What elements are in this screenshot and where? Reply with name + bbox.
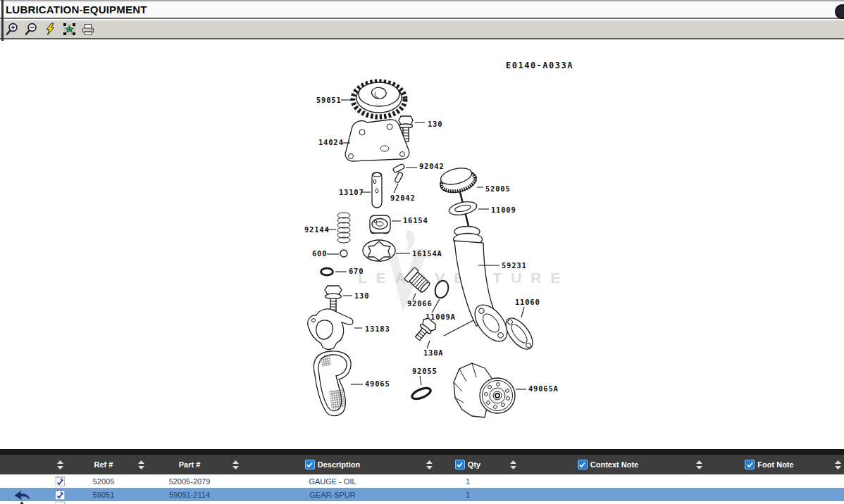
sort-icon-foot[interactable] — [831, 455, 844, 474]
diagram-canvas: LEADVENTURE E0140-A033A 59051 130 14024 … — [0, 41, 844, 449]
sort-icon-part[interactable] — [228, 455, 242, 474]
part-label-92042-b[interactable]: 92042 — [390, 194, 416, 202]
sort-icon-context[interactable] — [690, 455, 707, 474]
foot-note-checkbox[interactable] — [745, 460, 755, 470]
cell-ref: 52005 — [76, 474, 131, 488]
cell-part: 52005-2079 — [151, 474, 228, 488]
part-16154-pump-body[interactable] — [370, 215, 390, 234]
part-label-14024[interactable]: 14024 — [318, 138, 344, 146]
notepad-icon[interactable] — [44, 501, 76, 504]
cell-qty: 1 — [435, 488, 500, 501]
cell-foot-note — [707, 474, 831, 488]
part-label-13183[interactable]: 13183 — [365, 325, 390, 333]
exploded-parts-diagram: LEADVENTURE E0140-A033A 59051 130 14024 … — [0, 41, 844, 449]
part-label-600[interactable]: 600 — [312, 249, 327, 258]
part-label-92144[interactable]: 92144 — [304, 225, 330, 234]
title-bar: LUBRICATION-EQUIPMENT — [0, 0, 844, 19]
page-title: LUBRICATION-EQUIPMENT — [0, 4, 147, 15]
part-label-92042-a[interactable]: 92042 — [419, 162, 445, 170]
part-92055-oring[interactable] — [411, 386, 432, 401]
cell-context-note — [526, 488, 690, 501]
part-label-92055[interactable]: 92055 — [412, 367, 437, 375]
part-49065a-filter[interactable] — [454, 363, 515, 417]
part-label-52005[interactable]: 52005 — [485, 184, 511, 193]
part-11009-washer[interactable] — [448, 200, 478, 218]
part-label-130a[interactable]: 130A — [423, 348, 444, 357]
sort-icon-ref[interactable] — [131, 455, 151, 474]
qty-checkbox[interactable] — [455, 460, 465, 470]
undo-arrow-icon[interactable] — [0, 488, 44, 501]
part-13107-shaft[interactable] — [372, 172, 382, 208]
header-spacer — [0, 455, 44, 474]
part-13183-bracket[interactable] — [308, 309, 353, 349]
cell-foot-note — [707, 488, 831, 501]
part-59231-tube[interactable] — [454, 227, 514, 348]
sort-icon-qty[interactable] — [500, 455, 526, 474]
table-row-partial[interactable] — [0, 501, 844, 504]
diagram-code: E0140-A033A — [506, 61, 573, 70]
table-row[interactable]: 52005 52005-2079 GAUGE - OIL 1 — [0, 474, 844, 488]
notepad-icon[interactable] — [44, 488, 76, 501]
part-label-16154[interactable]: 16154 — [403, 216, 428, 225]
diagram-toolbar — [0, 20, 844, 39]
description-checkbox[interactable] — [305, 460, 315, 470]
table-row-selected[interactable]: 59051 59051-2114 GEAR-SPUR 1 — [0, 488, 844, 501]
part-label-13107[interactable]: 13107 — [339, 188, 364, 196]
part-92144-spring[interactable] — [337, 213, 350, 243]
part-59051-gear-spur[interactable] — [353, 82, 405, 117]
print-icon[interactable] — [81, 23, 95, 37]
parts-viewer: { "titlebar": { "title": "LUBRICATION-EQ… — [0, 0, 844, 504]
part-label-49065[interactable]: 49065 — [365, 379, 390, 388]
part-label-11060[interactable]: 11060 — [515, 298, 540, 306]
notepad-icon[interactable] — [44, 474, 76, 488]
header-context-note[interactable]: Context Note — [526, 455, 690, 474]
header-part[interactable]: Part # — [151, 455, 228, 474]
part-label-130-lower[interactable]: 130 — [354, 291, 369, 300]
cell-qty: 1 — [435, 474, 500, 488]
part-92042-pin-a[interactable] — [392, 163, 404, 173]
header-qty[interactable]: Qty — [435, 455, 500, 474]
part-49065-cover[interactable] — [314, 351, 351, 416]
part-label-49065a[interactable]: 49065A — [528, 384, 559, 393]
cell-part: 59051-2114 — [151, 488, 228, 501]
part-670-oring[interactable] — [321, 268, 333, 275]
part-label-59051[interactable]: 59051 — [316, 96, 342, 104]
select-object-icon[interactable] — [62, 23, 76, 37]
zoom-out-icon[interactable] — [24, 23, 38, 37]
lightning-icon[interactable] — [43, 23, 57, 37]
sort-icon-col1[interactable] — [44, 455, 76, 474]
part-label-11009[interactable]: 11009 — [491, 206, 516, 214]
part-16154a-rotor[interactable] — [363, 240, 395, 261]
header-description[interactable]: Description — [242, 455, 423, 474]
header-ref[interactable]: Ref # — [76, 455, 131, 474]
part-label-59231[interactable]: 59231 — [502, 261, 527, 270]
part-92042-pin-b[interactable] — [395, 172, 404, 183]
part-label-130-top[interactable]: 130 — [428, 120, 442, 128]
cell-description: GEAR-SPUR — [242, 488, 423, 501]
zoom-in-icon[interactable] — [5, 23, 19, 37]
cell-ref: 59051 — [76, 488, 131, 501]
context-note-checkbox[interactable] — [578, 460, 588, 470]
part-14024-plate[interactable] — [345, 120, 409, 161]
part-600-ball[interactable] — [340, 250, 347, 257]
cell-description: GAUGE - OIL — [242, 474, 423, 488]
part-label-92066[interactable]: 92066 — [407, 299, 433, 308]
table-top-strip — [0, 449, 844, 455]
header-foot-note[interactable]: Foot Note — [707, 455, 831, 474]
titlebar-corner-icon[interactable] — [835, 4, 844, 19]
part-label-670[interactable]: 670 — [349, 267, 364, 275]
cell-context-note — [526, 474, 690, 488]
parts-table-header: Ref # Part # Description Qty Context Not… — [0, 455, 844, 474]
part-label-16154a[interactable]: 16154A — [412, 249, 442, 258]
sort-icon-desc[interactable] — [423, 455, 435, 474]
